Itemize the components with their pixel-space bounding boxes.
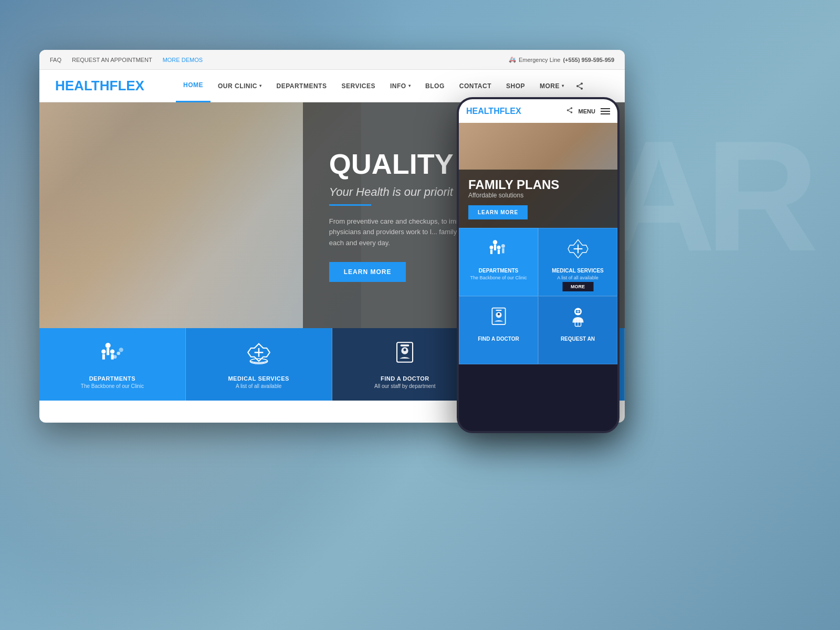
mobile-doctor-icon: [488, 306, 510, 333]
service-card-doctor-subtitle: All our staff by department: [374, 383, 436, 389]
mobile-cards-grid: DEPARTMENTS The Backbone of our Clinic M…: [459, 228, 617, 364]
mobile-nav-right: MENU: [566, 107, 610, 116]
service-card-medical[interactable]: MEDICAL SERVICES A list of all available: [186, 328, 332, 401]
logo-part2: FLEX: [110, 78, 144, 93]
top-bar: FAQ REQUEST AN APPOINTMENT MORE DEMOS 🚑 …: [39, 50, 625, 70]
mobile-logo-part1: HEALTH: [466, 107, 500, 116]
emergency-label: Emergency Line: [519, 57, 561, 63]
mobile-card-doctor-title: FIND A DOCTOR: [478, 336, 519, 342]
mobile-request-icon: [567, 306, 589, 333]
mobile-card-departments-title: DEPARTMENTS: [479, 268, 518, 274]
background-letter: AR: [602, 105, 808, 287]
mobile-hero-title: FAMILY PLANS: [468, 178, 608, 192]
mobile-card-request[interactable]: REQUEST AN: [538, 296, 617, 364]
share-button[interactable]: [572, 78, 587, 94]
dropdown-arrow: ▾: [259, 83, 262, 88]
logo-part1: HEALTH: [55, 78, 110, 93]
svg-point-7: [101, 349, 106, 353]
mobile-card-find-doctor[interactable]: FIND A DOCTOR: [459, 296, 538, 364]
mobile-menu-label: MENU: [579, 108, 595, 114]
nav-home[interactable]: HOME: [176, 70, 211, 102]
svg-point-1: [576, 85, 579, 87]
hero-cta-button[interactable]: LEARN MORE: [329, 262, 406, 282]
service-card-departments-title: DEPARTMENTS: [89, 375, 135, 382]
nav-our-clinic[interactable]: OUR CLINIC ▾: [211, 70, 269, 102]
nav-info[interactable]: INFO ▾: [383, 70, 418, 102]
svg-rect-33: [490, 249, 492, 254]
svg-point-30: [492, 240, 497, 244]
mobile-card-medical-subtitle: A list of all available: [557, 275, 598, 280]
svg-line-28: [569, 111, 571, 112]
svg-rect-42: [496, 310, 501, 311]
svg-rect-31: [494, 245, 496, 250]
svg-point-13: [119, 348, 123, 352]
mobile-hero-subtitle: Affordable solutions: [468, 192, 608, 199]
mobile-card-departments[interactable]: DEPARTMENTS The Backbone of our Clinic: [459, 228, 538, 296]
service-card-departments[interactable]: DEPARTMENTS The Backbone of our Clinic: [39, 328, 186, 401]
svg-point-2: [581, 87, 583, 89]
svg-line-3: [578, 87, 581, 88]
hero-divider: [329, 204, 371, 206]
svg-point-27: [570, 111, 572, 113]
svg-rect-35: [497, 249, 499, 254]
svg-line-29: [569, 109, 571, 110]
departments-icon: [99, 340, 125, 371]
svg-point-12: [117, 351, 120, 355]
service-card-medical-title: MEDICAL SERVICES: [228, 375, 289, 382]
svg-point-11: [113, 355, 117, 359]
hamburger-line-2: [601, 111, 610, 112]
svg-line-4: [578, 84, 581, 86]
doctor-icon: [392, 340, 418, 371]
nav-services[interactable]: SERVICES: [334, 70, 382, 102]
dropdown-arrow-more: ▾: [562, 83, 564, 88]
service-card-doctor-title: FIND A DOCTOR: [381, 375, 429, 382]
svg-point-5: [106, 343, 111, 348]
svg-rect-19: [401, 344, 410, 346]
mobile-medical-icon: [567, 238, 589, 265]
mobile-mockup: HEALTHFLEX MENU FAMILY PLANS Affordable …: [457, 97, 620, 433]
faq-link[interactable]: FAQ: [50, 57, 61, 63]
ambulance-icon: 🚑: [509, 56, 516, 63]
mobile-departments-icon: [488, 238, 510, 265]
appointment-link[interactable]: REQUEST AN APPOINTMENT: [72, 57, 152, 63]
emergency-info: 🚑 Emergency Line (+555) 959-595-959: [509, 56, 614, 63]
mobile-card-request-title: REQUEST AN: [561, 336, 595, 342]
svg-point-26: [566, 109, 569, 111]
mobile-logo: HEALTHFLEX: [466, 107, 521, 116]
emergency-number: (+555) 959-595-959: [563, 57, 614, 63]
svg-point-0: [581, 82, 583, 85]
mobile-hero-cta[interactable]: LEARN MORE: [468, 205, 528, 219]
site-logo[interactable]: HEALTHFLEX: [55, 78, 144, 94]
hamburger-line-1: [601, 108, 610, 109]
svg-rect-8: [102, 354, 105, 359]
top-bar-links: FAQ REQUEST AN APPOINTMENT MORE DEMOS: [50, 57, 203, 63]
nav-blog[interactable]: BLOG: [418, 70, 452, 102]
mobile-hero-overlay: FAMILY PLANS Affordable solutions LEARN …: [459, 170, 617, 228]
mobile-more-button[interactable]: MORE: [562, 282, 593, 291]
svg-point-43: [497, 313, 499, 315]
svg-point-25: [570, 107, 572, 109]
mobile-hero: FAMILY PLANS Affordable solutions LEARN …: [459, 123, 617, 228]
service-card-medical-subtitle: A list of all available: [236, 383, 281, 389]
hamburger-line-3: [601, 113, 610, 114]
service-card-departments-subtitle: The Backbone of our Clinic: [81, 383, 144, 389]
medical-icon: [246, 340, 272, 371]
mobile-top-bar: HEALTHFLEX MENU: [459, 99, 617, 123]
svg-point-20: [404, 348, 406, 351]
mobile-logo-part2: FLEX: [500, 107, 521, 116]
mobile-card-departments-subtitle: The Backbone of our Clinic: [470, 275, 527, 280]
mobile-card-medical[interactable]: MEDICAL SERVICES A list of all available…: [538, 228, 617, 296]
svg-rect-37: [502, 248, 504, 254]
mobile-card-medical-title: MEDICAL SERVICES: [552, 268, 604, 274]
mobile-share-icon[interactable]: [566, 107, 573, 116]
dropdown-arrow-info: ▾: [408, 83, 411, 88]
svg-point-34: [497, 246, 500, 249]
svg-point-36: [501, 244, 505, 248]
svg-point-9: [110, 349, 114, 353]
more-demos-link[interactable]: MORE DEMOS: [163, 57, 203, 63]
nav-departments[interactable]: DEPARTMENTS: [269, 70, 334, 102]
mobile-hamburger-icon[interactable]: [601, 108, 610, 114]
svg-rect-6: [107, 348, 109, 355]
svg-point-32: [489, 246, 493, 249]
